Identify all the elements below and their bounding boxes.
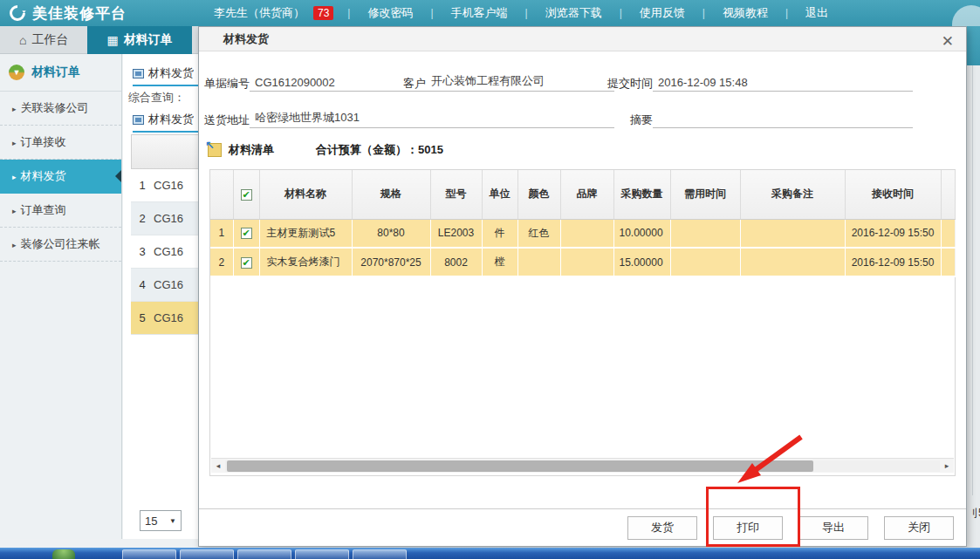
nav-divider: |	[346, 7, 352, 19]
cell-receive-time: 2016-12-09 15:50	[845, 248, 941, 276]
select-all-checkbox[interactable]: ✔	[241, 189, 252, 201]
row-checkbox[interactable]: ✔	[241, 228, 252, 239]
row-code: CG16	[154, 245, 183, 258]
logo-swirl-icon	[9, 4, 26, 22]
ship-button[interactable]: 发货	[627, 516, 697, 540]
page-size-select[interactable]: 15 ▼	[140, 510, 182, 531]
header-unit: 单位	[482, 170, 517, 219]
export-icon[interactable]: ↖	[208, 143, 222, 157]
cell-model: 8002	[430, 248, 482, 276]
row-checkbox[interactable]: ✔	[241, 257, 252, 269]
summary-field: 摘要	[599, 109, 913, 128]
scroll-right-icon[interactable]: ▸	[940, 461, 954, 470]
background-page-tab[interactable]: 材料发货	[133, 65, 198, 86]
close-icon[interactable]: ✕	[942, 32, 954, 51]
tab-workbench[interactable]: ⌂ 工作台	[0, 26, 87, 54]
dialog-header: 材料发货	[199, 27, 966, 51]
menu-video-tutorial[interactable]: 视频教程	[707, 5, 784, 21]
address-input[interactable]: 哈密绿地世界城1031	[250, 110, 614, 128]
row-seq: 1	[131, 179, 154, 192]
print-button[interactable]: 打印	[713, 516, 783, 540]
header-filler	[941, 170, 955, 219]
start-button[interactable]	[52, 549, 75, 559]
menu-logout[interactable]: 退出	[790, 5, 844, 21]
taskbar-app-button[interactable]	[180, 549, 234, 559]
section-collapse-icon[interactable]: ▼	[9, 65, 24, 80]
header-qty: 采购数量	[613, 170, 670, 219]
header-color: 颜色	[517, 170, 560, 219]
row-seq: 5	[131, 311, 154, 324]
scrollbar-thumb[interactable]	[227, 460, 813, 472]
bullet-icon: ▸	[12, 241, 17, 249]
list-item[interactable]: 1 CG16	[131, 169, 198, 202]
taskbar-app-button[interactable]	[122, 549, 176, 559]
taskbar-app-button[interactable]	[353, 549, 407, 559]
edge-clipped-text: 刂5	[968, 506, 980, 521]
sidebar-section-material-order[interactable]: ▼ 材料订单	[0, 54, 121, 92]
scroll-left-icon[interactable]: ◂	[211, 461, 225, 470]
header-spec: 规格	[352, 170, 430, 219]
cell-brand	[560, 248, 613, 276]
sidebar-item-order-receive[interactable]: ▸订单接收	[0, 126, 121, 160]
close-button[interactable]: 关闭	[884, 516, 954, 540]
nav-divider: |	[524, 7, 530, 19]
menu-browser-download[interactable]: 浏览器下载	[530, 5, 618, 21]
taskbar-app-button[interactable]	[295, 549, 349, 559]
address-field: 送货地址 哈密绿地世界城1031	[204, 109, 614, 128]
row-code: CG16	[154, 212, 183, 225]
edge-teal-band	[967, 26, 980, 65]
tab-material-order-label: 材料订单	[124, 32, 173, 48]
cell-need-time	[670, 219, 740, 248]
menu-mobile-client[interactable]: 手机客户端	[435, 5, 524, 21]
cell-filler	[941, 219, 955, 248]
grid-icon: ▦	[106, 33, 118, 47]
monitor-icon	[133, 69, 144, 78]
cell-spec: 80*80	[352, 219, 430, 248]
user-name[interactable]: 李先生（供货商）	[214, 5, 313, 21]
cell-select: ✔	[233, 219, 259, 248]
taskbar-app-button[interactable]	[237, 549, 291, 559]
customer-label: 客户	[401, 76, 426, 92]
cell-seq: 1	[210, 219, 233, 248]
customer-input[interactable]: 开心装饰工程有限公司	[426, 73, 585, 92]
export-button[interactable]: 导出	[798, 516, 868, 540]
row-seq: 2	[131, 212, 154, 225]
top-nav: 李先生（供货商） 73 | 修改密码 | 手机客户端 | 浏览器下载 | 使用反…	[214, 5, 844, 21]
header-model: 型号	[430, 170, 482, 219]
row-code: CG16	[154, 179, 183, 192]
menu-feedback[interactable]: 使用反馈	[624, 5, 701, 21]
row-seq: 4	[131, 278, 154, 291]
cell-select: ✔	[233, 248, 259, 276]
page-size-value: 15	[145, 515, 157, 528]
scrollbar-track[interactable]	[225, 460, 940, 472]
sidebar-item-related-companies[interactable]: ▸关联装修公司	[0, 92, 121, 126]
notification-badge[interactable]: 73	[313, 6, 333, 20]
cell-qty: 15.00000	[613, 248, 670, 276]
tab-material-order[interactable]: ▦ 材料订单	[87, 26, 191, 54]
nav-divider: |	[784, 7, 790, 19]
table-row[interactable]: 2 ✔ 实木复合烤漆门 2070*870*25 8002 樘 15.00000 …	[210, 248, 955, 276]
list-item[interactable]: 3 CG16	[131, 235, 198, 269]
cell-purchase-note	[740, 248, 845, 276]
summary-label: 摘要	[599, 112, 653, 128]
bullet-icon: ▸	[12, 105, 17, 113]
app-logo: 美佳装修平台	[0, 3, 214, 24]
background-section-label: 材料发货	[148, 112, 194, 127]
sidebar-item-material-shipping[interactable]: ▸材料发货	[0, 160, 121, 194]
horizontal-scrollbar[interactable]: ◂ ▸	[211, 458, 954, 473]
submit-time-input[interactable]: 2016-12-09 15:48	[653, 76, 913, 92]
list-item-selected[interactable]: 5 CG16	[131, 302, 198, 335]
list-item[interactable]: 2 CG16	[131, 202, 198, 235]
dialog-title: 材料发货	[223, 31, 269, 47]
sidebar-item-order-query[interactable]: ▸订单查询	[0, 194, 121, 228]
background-list-header	[131, 134, 198, 169]
list-item[interactable]: 4 CG16	[131, 269, 198, 302]
sidebar-item-company-accounts[interactable]: ▸装修公司往来帐	[0, 228, 121, 262]
order-no-label: 单据编号	[204, 76, 250, 92]
menu-change-password[interactable]: 修改密码	[352, 5, 428, 21]
windows-taskbar[interactable]	[0, 548, 980, 559]
summary-input[interactable]	[653, 126, 913, 128]
nav-divider: |	[701, 7, 707, 19]
table-row[interactable]: 1 ✔ 主材更新测试5 80*80 LE2003 件 红色 10.00000 2…	[210, 219, 955, 248]
submit-time-label: 提交时间	[599, 76, 653, 92]
